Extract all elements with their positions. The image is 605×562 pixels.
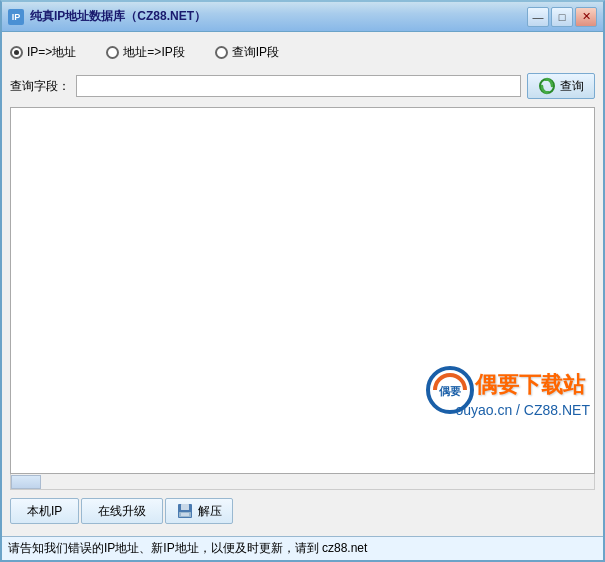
radio-ip-to-addr[interactable]: IP=>地址	[10, 44, 76, 61]
status-bar: 请告知我们错误的IP地址、新IP地址，以便及时更新，请到 cz88.net	[2, 536, 603, 560]
search-input[interactable]	[76, 75, 521, 97]
save-icon	[176, 502, 194, 520]
minimize-button[interactable]: —	[527, 7, 549, 27]
refresh-icon	[538, 77, 556, 95]
radio-query-ip-range[interactable]: 查询IP段	[215, 44, 279, 61]
save-button-label: 解压	[198, 503, 222, 520]
svg-rect-8	[181, 513, 189, 516]
radio-circle-2	[106, 46, 119, 59]
maximize-button[interactable]: □	[551, 7, 573, 27]
mode-selector: IP=>地址 地址=>IP段 查询IP段	[10, 40, 595, 65]
window-controls: — □ ✕	[527, 7, 597, 27]
radio-circle-3	[215, 46, 228, 59]
app-icon: IP	[8, 9, 24, 25]
radio-label-3: 查询IP段	[232, 44, 279, 61]
h-scroll-thumb[interactable]	[11, 475, 41, 489]
radio-label-1: IP=>地址	[27, 44, 76, 61]
radio-label-2: 地址=>IP段	[123, 44, 184, 61]
main-window: IP 纯真IP地址数据库（CZ88.NET） — □ ✕ IP=>地址 地址=>…	[0, 0, 605, 562]
title-bar: IP 纯真IP地址数据库（CZ88.NET） — □ ✕	[2, 2, 603, 32]
window-body: IP=>地址 地址=>IP段 查询IP段 查询字段：	[2, 32, 603, 536]
results-area[interactable]	[10, 107, 595, 474]
bottom-button-bar: 本机IP 在线升级 解压	[10, 494, 595, 528]
window-title: 纯真IP地址数据库（CZ88.NET）	[30, 8, 527, 25]
local-ip-button[interactable]: 本机IP	[10, 498, 79, 524]
query-row: 查询字段： 查询	[10, 73, 595, 99]
search-button[interactable]: 查询	[527, 73, 595, 99]
save-button[interactable]: 解压	[165, 498, 233, 524]
online-upgrade-button[interactable]: 在线升级	[81, 498, 163, 524]
close-button[interactable]: ✕	[575, 7, 597, 27]
radio-circle-1	[10, 46, 23, 59]
query-label: 查询字段：	[10, 78, 70, 95]
status-text: 请告知我们错误的IP地址、新IP地址，以便及时更新，请到 cz88.net	[8, 540, 367, 557]
svg-rect-6	[181, 504, 189, 510]
search-button-label: 查询	[560, 78, 584, 95]
horizontal-scrollbar[interactable]	[10, 474, 595, 490]
radio-addr-to-ip[interactable]: 地址=>IP段	[106, 44, 184, 61]
